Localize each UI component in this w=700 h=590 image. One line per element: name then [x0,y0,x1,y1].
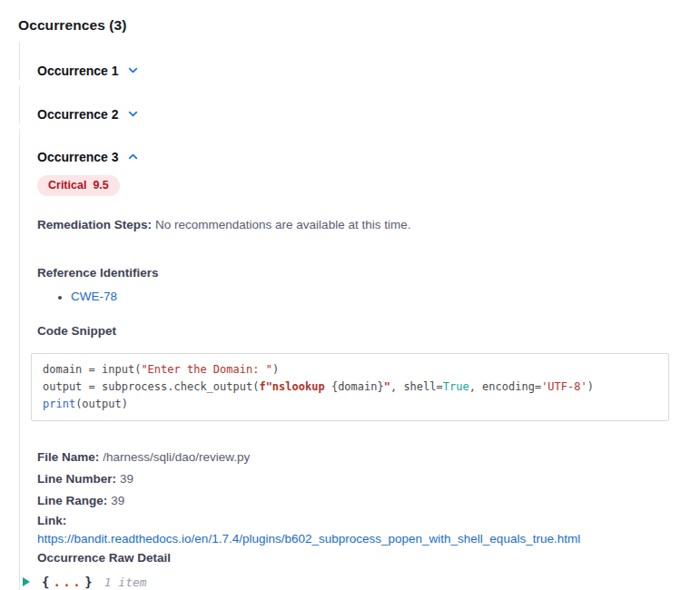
occurrences-panel: Occurrences (3) Occurrence 1 Occurrence … [0,0,700,590]
occurrence-sections: Occurrence 1 Occurrence 2 Occurrence 3 [19,42,682,590]
line-range-label: Line Range: [37,494,107,507]
line-range-value: 39 [111,494,124,507]
occurrence-3-header[interactable]: Occurrence 3 [37,149,139,164]
line-range-row: Line Range:39 [37,490,682,512]
link-label-row: Link: [37,512,682,530]
chevron-up-icon[interactable] [127,151,139,162]
file-name-label: File Name: [37,450,99,464]
file-name-row: File Name:/harness/sqli/dao/review.py [37,447,682,468]
link-url-row: https://bandit.readthedocs.io/en/1.7.4/p… [37,530,682,548]
code-snippet-block: domain = input("Enter the Domain: ")outp… [31,353,669,421]
line-number-row: Line Number:39 [37,468,682,490]
reference-identifiers-list: CWE-78 [37,290,682,304]
raw-detail-heading-row: Occurrence Raw Detail [37,548,682,568]
occurrence-metadata: File Name:/harness/sqli/dao/review.py Li… [37,447,682,568]
json-collapsed-braces[interactable]: {...} [42,575,93,589]
line-number-value: 39 [120,472,133,486]
expand-triangle-icon[interactable] [23,577,30,586]
occurrence-raw-detail-heading: Occurrence Raw Detail [37,551,171,565]
severity-label: Critical [48,179,86,192]
reference-identifiers-heading: Reference Identifiers [37,266,682,280]
occurrence-2-label: Occurrence 2 [37,107,119,122]
remediation-steps: Remediation Steps:No recommendations are… [37,218,682,232]
remediation-text: No recommendations are available at this… [155,218,410,231]
link-label: Link: [37,514,66,527]
code-snippet-heading: Code Snippet [37,324,682,339]
page-title: Occurrences (3) [18,16,682,34]
severity-score: 9.5 [93,179,108,192]
code-line: output = subprocess.check_output(f"nsloo… [43,379,657,396]
occurrence-2-section: Occurrence 2 [19,85,682,123]
chevron-down-icon[interactable] [127,108,139,120]
occurrence-1-label: Occurrence 1 [37,64,119,78]
bandit-doc-link[interactable]: https://bandit.readthedocs.io/en/1.7.4/p… [37,532,580,546]
code-line: print(output) [43,396,657,413]
severity-badge: Critical 9.5 [37,175,120,196]
occurrence-1-header[interactable]: Occurrence 1 [37,63,139,78]
code-line: domain = input("Enter the Domain: ") [43,361,657,379]
file-name-value: /harness/sqli/dao/review.py [103,450,250,464]
remediation-label: Remediation Steps: [37,218,152,231]
list-item: CWE-78 [71,290,682,304]
occurrence-2-header[interactable]: Occurrence 2 [37,106,139,122]
raw-detail-expander[interactable]: {...} 1 item [23,575,147,589]
line-number-label: Line Number: [37,472,116,486]
occurrence-3-label: Occurrence 3 [37,150,119,164]
cwe-link[interactable]: CWE-78 [71,290,117,303]
occurrence-1-section: Occurrence 1 [19,42,682,80]
chevron-down-icon[interactable] [127,64,139,76]
occurrence-3-section: Occurrence 3 Critical 9.5 Remediation St… [19,129,682,590]
json-item-count: 1 item [104,575,147,589]
